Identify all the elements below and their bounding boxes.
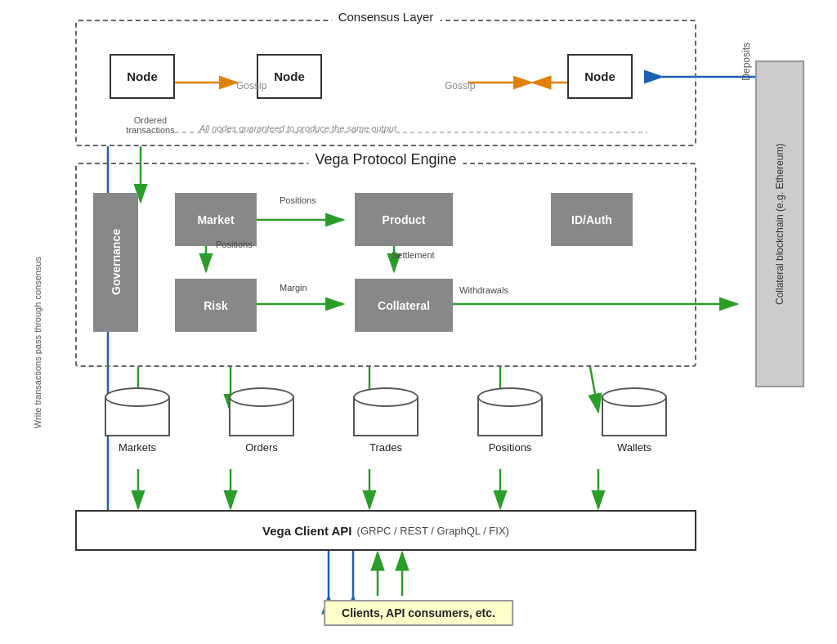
idauth-label: ID/Auth bbox=[571, 213, 612, 226]
client-api-rest-label: (GRPC / REST / GraphQL / FIX) bbox=[357, 525, 509, 537]
db-cylinder-positions bbox=[477, 387, 543, 436]
db-cylinder-wallets bbox=[602, 387, 667, 436]
db-wallets: Wallets bbox=[589, 387, 679, 454]
db-label-trades: Trades bbox=[369, 441, 402, 454]
governance-box: Governance bbox=[93, 193, 138, 332]
databases-section: Markets Orders Trades Positions bbox=[75, 387, 696, 454]
db-markets: Markets bbox=[92, 387, 182, 454]
db-cylinder-trades bbox=[353, 387, 418, 436]
collateral-box: Collateral bbox=[355, 279, 453, 332]
protocol-engine: Vega Protocol Engine Governance Market P… bbox=[75, 163, 696, 367]
gossip-label-2: Gossip bbox=[445, 80, 475, 92]
diagram-container: Consensus Layer Node Node Node Gossip Go… bbox=[26, 11, 811, 633]
write-transactions-label: Write transactions pass through consensu… bbox=[33, 257, 74, 428]
deposits-label: Deposits bbox=[741, 42, 752, 81]
node-label-1: Node bbox=[127, 69, 158, 83]
db-orders: Orders bbox=[217, 387, 307, 454]
collateral-label: Collateral bbox=[378, 299, 430, 312]
margin-label: Margin bbox=[280, 283, 307, 293]
collateral-blockchain: Collateral blockchain (e.g. Ethereum) bbox=[755, 60, 804, 387]
node-label-3: Node bbox=[584, 69, 615, 83]
client-api-bold-label: Vega Client API bbox=[262, 524, 351, 538]
consensus-layer-label: Consensus Layer bbox=[332, 10, 441, 24]
positions-label-1: Positions bbox=[280, 195, 316, 205]
db-cylinder-markets bbox=[105, 387, 170, 436]
product-label: Product bbox=[383, 213, 426, 226]
node-label-2: Node bbox=[274, 69, 305, 83]
clients-box: Clients, API consumers, etc. bbox=[324, 600, 513, 626]
db-label-wallets: Wallets bbox=[617, 441, 651, 454]
clients-label: Clients, API consumers, etc. bbox=[342, 606, 495, 619]
consensus-layer: Consensus Layer Node Node Node Gossip Go… bbox=[75, 20, 696, 146]
market-box: Market bbox=[175, 193, 257, 246]
db-label-positions: Positions bbox=[489, 441, 532, 454]
idauth-box: ID/Auth bbox=[551, 193, 633, 246]
gossip-label-1: Gossip bbox=[236, 80, 266, 92]
product-box: Product bbox=[355, 193, 453, 246]
node-box-2: Node bbox=[257, 54, 322, 99]
market-label: Market bbox=[197, 213, 234, 226]
risk-box: Risk bbox=[175, 279, 257, 332]
db-trades: Trades bbox=[341, 387, 431, 454]
settlement-label: Settlement bbox=[392, 250, 435, 260]
protocol-engine-label: Vega Protocol Engine bbox=[308, 151, 463, 168]
all-nodes-text: All nodes guaranteed to produce the same… bbox=[199, 123, 396, 133]
node-box-1: Node bbox=[110, 54, 175, 99]
risk-label: Risk bbox=[204, 299, 228, 312]
governance-label: Governance bbox=[110, 230, 123, 296]
positions-label-2: Positions bbox=[216, 239, 253, 249]
withdrawals-label: Withdrawals bbox=[459, 285, 508, 295]
ordered-transactions-label: Ordered transactions bbox=[118, 115, 183, 135]
db-label-markets: Markets bbox=[119, 441, 156, 454]
db-label-orders: Orders bbox=[245, 441, 278, 454]
client-api-box: Vega Client API (GRPC / REST / GraphQL /… bbox=[75, 510, 696, 551]
db-cylinder-orders bbox=[229, 387, 294, 436]
db-positions: Positions bbox=[465, 387, 555, 454]
node-box-3: Node bbox=[567, 54, 633, 99]
